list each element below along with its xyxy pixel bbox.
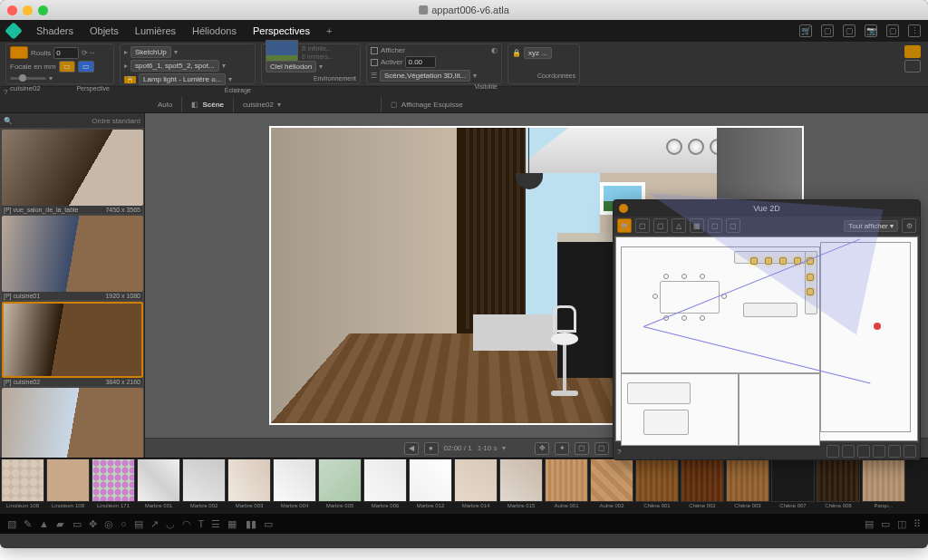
material-swatch[interactable]: Marbre 005 xyxy=(317,459,362,514)
material-swatch[interactable]: Marbre 015 xyxy=(498,459,544,514)
tool-cube-icon[interactable]: ▧ xyxy=(7,518,16,530)
material-swatch[interactable]: Linoléum 171 xyxy=(91,459,136,514)
tool-target-icon[interactable]: ◎ xyxy=(104,518,113,530)
camera-marker[interactable] xyxy=(874,323,881,330)
minimize-window-button[interactable] xyxy=(23,5,33,15)
afficher-checkbox[interactable] xyxy=(371,47,378,54)
window-icon[interactable]: ▢ xyxy=(886,24,899,37)
ftr-icon-3[interactable] xyxy=(857,445,870,458)
lock-icon[interactable]: 🔒 xyxy=(124,76,136,83)
more-icon[interactable]: ⋮ xyxy=(908,24,921,37)
material-swatch[interactable]: Chêne 008 xyxy=(816,459,861,514)
tool-layout-icon[interactable]: ▤ xyxy=(134,518,143,530)
status-layout-icon[interactable]: ▤ xyxy=(865,518,874,530)
prev-frame-icon[interactable]: ◀ xyxy=(404,442,419,455)
material-swatch[interactable]: Marbre 012 xyxy=(408,459,453,514)
tool-arc-icon[interactable]: ◡ xyxy=(166,518,175,530)
status-dots-icon[interactable]: ⠿ xyxy=(914,518,921,530)
toolbar-expand-icon[interactable] xyxy=(904,45,921,58)
sketchup-select[interactable]: SketchUp xyxy=(130,46,171,58)
layout-icon-2[interactable]: ▢ xyxy=(843,24,856,37)
vp-tool-2[interactable]: ✦ xyxy=(555,442,569,455)
camera-icon[interactable]: 📷 xyxy=(865,24,877,37)
menu-shaders[interactable]: Shaders xyxy=(36,25,73,36)
search-icon[interactable]: 🔍 xyxy=(4,117,13,125)
focale-slider[interactable] xyxy=(10,77,46,80)
view-top-icon[interactable]: ⬒ xyxy=(617,218,632,233)
link-icon[interactable]: ⟳↔ xyxy=(82,49,95,57)
vp-tool-1[interactable]: ✥ xyxy=(535,442,549,455)
ftr-icon-1[interactable] xyxy=(826,445,839,458)
menu-lumieres[interactable]: Lumières xyxy=(135,25,176,36)
material-swatch[interactable]: Aulne 002 xyxy=(589,459,634,514)
close-window-button[interactable] xyxy=(7,5,17,15)
ftr-icon-5[interactable] xyxy=(888,445,901,458)
panel-help-icon[interactable]: ? xyxy=(617,448,621,456)
ftr-icon-4[interactable] xyxy=(873,445,885,458)
ftr-icon-6[interactable] xyxy=(904,445,916,458)
tool-move-icon[interactable]: ✥ xyxy=(89,518,97,530)
tool-list-icon[interactable]: ☰ xyxy=(211,518,220,530)
view-thumb[interactable]: [P] salon017450 x 3565 xyxy=(2,388,142,458)
panel-2d-canvas[interactable] xyxy=(615,237,918,441)
layout-icon-1[interactable]: ▢ xyxy=(821,24,834,37)
material-swatch[interactable]: Chêne 001 xyxy=(634,459,680,514)
menu-add-icon[interactable]: + xyxy=(326,25,332,36)
material-swatch[interactable]: Linoléum 108 xyxy=(45,459,91,514)
menu-heliodons[interactable]: Héliodons xyxy=(192,25,237,36)
material-swatch[interactable]: Marbre 004 xyxy=(272,459,317,514)
menu-perspectives[interactable]: Perspectives xyxy=(253,25,310,36)
material-swatch[interactable]: Marbre 006 xyxy=(362,459,408,514)
focale-mode-2[interactable]: ▭ xyxy=(78,61,94,72)
panel-close-icon[interactable] xyxy=(619,204,628,213)
ftr-icon-2[interactable] xyxy=(842,445,855,458)
toolbar-collapse-icon[interactable] xyxy=(904,60,921,72)
layers-select[interactable]: spot6_1, spot5_2, spot... xyxy=(130,60,219,72)
play-icon[interactable]: ● xyxy=(424,442,439,455)
focale-mode-1[interactable]: ▭ xyxy=(59,61,75,72)
app-logo-icon[interactable] xyxy=(5,22,23,40)
view-thumb[interactable]: [P] cuisine023840 x 2160 xyxy=(2,302,142,386)
material-swatch[interactable]: Parqu... xyxy=(861,459,906,514)
xyz-select[interactable]: xyz ... xyxy=(524,47,552,59)
add-camera-button[interactable] xyxy=(10,46,28,59)
sort-dropdown[interactable]: Ordre standard xyxy=(92,117,140,125)
material-swatch[interactable]: Chêne 002 xyxy=(680,459,725,514)
material-swatch[interactable]: Marbre 014 xyxy=(453,459,498,514)
menu-objets[interactable]: Objets xyxy=(90,25,119,36)
panel-settings-icon[interactable]: ⚙ xyxy=(902,218,916,233)
tool-arc2-icon[interactable]: ◠ xyxy=(182,518,191,530)
sky-select[interactable]: Ciel héliodon xyxy=(266,61,316,72)
material-swatch[interactable]: Marbre 003 xyxy=(227,459,272,514)
tool-rect-icon[interactable]: ▭ xyxy=(72,518,82,530)
tool-eyedropper-icon[interactable]: ✎ xyxy=(24,518,32,530)
material-swatch[interactable]: Chêne 003 xyxy=(725,459,770,514)
tool-film-icon[interactable]: ▮▮ xyxy=(246,518,256,530)
vp-tool-3[interactable]: ▢ xyxy=(575,442,589,455)
view-thumb[interactable]: [P] vue_salon_de_la_table7450 x 3565 xyxy=(2,130,142,214)
tool-circle-icon[interactable]: ○ xyxy=(121,518,127,530)
scene-veg-select[interactable]: Scène,Végétation 3D,lit... xyxy=(380,70,470,82)
material-swatch[interactable]: Linoléum 108 xyxy=(0,459,45,514)
tool-grid-icon[interactable]: ▦ xyxy=(227,518,237,530)
status-vr-icon[interactable]: ◫ xyxy=(897,518,906,530)
activer-value[interactable] xyxy=(405,56,436,68)
tool-arrow-icon[interactable]: ↗ xyxy=(150,518,159,530)
vp-tool-4[interactable]: ▢ xyxy=(594,442,609,455)
cart-icon[interactable]: 🛒 xyxy=(799,24,812,37)
material-swatch[interactable]: Marbre 001 xyxy=(136,459,181,514)
zoom-window-button[interactable] xyxy=(38,5,48,15)
view-thumb[interactable]: [P] cuisine011920 x 1080 xyxy=(2,216,142,300)
perspective-group: Roulis ⟳↔ Focale en mm ▭ ▭ ▾ cuisine02 P… xyxy=(5,43,114,84)
tool-frame-icon[interactable]: ▭ xyxy=(264,518,273,530)
roulis-input[interactable] xyxy=(53,47,79,59)
tool-image-icon[interactable]: ▰ xyxy=(56,518,63,530)
status-screen-icon[interactable]: ▭ xyxy=(881,518,890,530)
lamp-select[interactable]: Lamp light - Lumière o... xyxy=(139,73,226,85)
tool-text-icon[interactable]: T xyxy=(198,518,205,530)
material-swatch[interactable]: Aulne 001 xyxy=(544,459,589,514)
tool-shape-icon[interactable]: ▲ xyxy=(39,518,49,530)
material-swatch[interactable]: Marbre 002 xyxy=(181,459,227,514)
material-swatch[interactable]: Chêne 007 xyxy=(770,459,816,514)
activer-checkbox[interactable] xyxy=(371,59,378,66)
